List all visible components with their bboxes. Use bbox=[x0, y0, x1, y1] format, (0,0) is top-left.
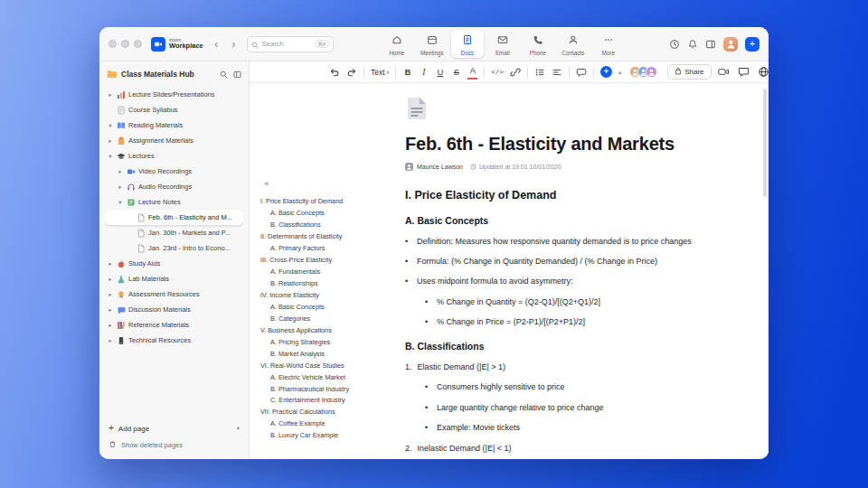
chevron-down-icon[interactable]: ▾ bbox=[117, 199, 124, 206]
sidebar-search-icon[interactable] bbox=[220, 70, 228, 79]
align-button[interactable] bbox=[552, 65, 562, 80]
share-button[interactable]: Share bbox=[667, 64, 711, 80]
bold-button[interactable]: B bbox=[402, 65, 412, 80]
notifications-bell-icon[interactable] bbox=[687, 39, 698, 50]
forward-button[interactable]: › bbox=[228, 38, 240, 51]
tab-docs[interactable]: Docs bbox=[451, 30, 484, 58]
device-icon bbox=[117, 336, 126, 345]
outline-item[interactable]: B. Market Analysis bbox=[260, 351, 400, 359]
document-title[interactable]: Feb. 6th - Elasticity and Markets bbox=[405, 134, 763, 155]
outline-item[interactable]: B. Pharmaceutical Industry bbox=[260, 386, 400, 394]
chevron-right-icon[interactable]: ▸ bbox=[117, 168, 124, 175]
chevron-down-icon[interactable]: ▾ bbox=[107, 122, 114, 129]
sidebar-tree-item[interactable]: Course Syllabus bbox=[105, 102, 243, 117]
strikethrough-button[interactable]: S bbox=[451, 65, 461, 80]
chevron-right-icon[interactable]: ▸ bbox=[107, 337, 114, 344]
italic-button[interactable]: I bbox=[419, 65, 429, 80]
clock-icon[interactable] bbox=[669, 39, 680, 50]
close-window-button[interactable] bbox=[108, 40, 117, 48]
sidebar-tree-item[interactable]: ▸Discussion Materials bbox=[105, 302, 243, 317]
chevron-down-icon[interactable]: ▾ bbox=[237, 425, 240, 432]
outline-item[interactable]: II. Determinants of Elasticity bbox=[260, 233, 400, 241]
chevron-right-icon[interactable]: ▸ bbox=[107, 322, 114, 329]
sidebar-tree-item[interactable]: ▸Reference Materials bbox=[105, 317, 243, 333]
sidebar-tree-item[interactable]: ▸Audio Recordings bbox=[105, 179, 243, 194]
outline-item[interactable]: B. Relationships bbox=[260, 280, 400, 288]
sidebar-tree-item[interactable]: ▾Reading Materials bbox=[105, 117, 243, 133]
minimize-window-button[interactable] bbox=[121, 40, 129, 48]
outline-item[interactable]: IV. Income Elasticity bbox=[260, 292, 400, 300]
outline-item[interactable]: C. Entertainment Industry bbox=[260, 397, 400, 405]
chat-bubble-icon[interactable] bbox=[738, 66, 750, 78]
sidebar-tree-item[interactable]: ▸Video Recordings bbox=[105, 164, 243, 179]
collapse-outline-button[interactable]: « bbox=[260, 177, 273, 190]
tab-home[interactable]: Home bbox=[381, 30, 413, 58]
sidebar-tree-item[interactable]: ▸Study Aids bbox=[105, 256, 243, 271]
tab-email[interactable]: Email bbox=[486, 30, 519, 58]
video-camera-icon[interactable] bbox=[718, 66, 730, 78]
add-page-button[interactable]: + Add page ▾ bbox=[108, 424, 240, 433]
profile-avatar[interactable] bbox=[723, 37, 738, 52]
sidebar-tree-item[interactable]: ▸Assignment Materials bbox=[105, 133, 243, 148]
tab-more[interactable]: More bbox=[592, 30, 625, 58]
comment-button[interactable] bbox=[576, 65, 587, 80]
outline-item[interactable]: VII. Practical Calculations bbox=[260, 408, 400, 417]
tab-meetings[interactable]: Meetings bbox=[416, 30, 448, 58]
sidebar-tree-item[interactable]: ▸Lecture Slides/Presentations bbox=[105, 87, 243, 102]
underline-button[interactable]: U bbox=[435, 65, 445, 80]
sidebar-tree-item[interactable]: ▾Lectures bbox=[105, 148, 243, 164]
text-color-button[interactable]: A bbox=[467, 65, 477, 80]
chevron-right-icon[interactable]: ▸ bbox=[107, 306, 114, 314]
outline-item[interactable]: B. Categories bbox=[260, 315, 400, 324]
link-button[interactable] bbox=[510, 65, 521, 80]
outline-item[interactable]: V. Business Applications bbox=[260, 327, 400, 335]
side-panel-icon[interactable] bbox=[705, 39, 716, 50]
redo-button[interactable] bbox=[346, 65, 357, 80]
chevron-right-icon[interactable]: ▸ bbox=[107, 137, 114, 145]
scrollbar[interactable] bbox=[763, 89, 767, 197]
sidebar-tree-item[interactable]: Feb. 6th - Elasticity and M... bbox=[105, 210, 243, 225]
outline-item[interactable]: A. Basic Concepts bbox=[260, 210, 400, 218]
outline-item[interactable]: VI. Real-World Case Studies bbox=[260, 362, 400, 371]
tab-contacts[interactable]: Contacts bbox=[557, 30, 590, 58]
outline-item[interactable]: B. Classifications bbox=[260, 221, 400, 230]
undo-button[interactable] bbox=[329, 65, 340, 80]
sidebar-tree-item[interactable]: ▸Assessment Resources bbox=[105, 286, 243, 302]
outline-item[interactable]: B. Luxury Car Example bbox=[260, 432, 400, 440]
outline-item[interactable]: A. Pricing Strategies bbox=[260, 339, 400, 347]
code-button[interactable]: </> bbox=[491, 65, 504, 80]
chevron-right-icon[interactable]: ▸ bbox=[107, 260, 114, 267]
tab-phone[interactable]: Phone bbox=[522, 30, 554, 58]
sidebar-tree-item[interactable]: Jan. 30th - Markets and P... bbox=[105, 225, 243, 240]
outline-item[interactable]: A. Basic Concepts bbox=[260, 304, 400, 312]
outline-item[interactable]: III. Cross-Price Elasticity bbox=[260, 257, 400, 265]
outline-item[interactable]: A. Fundamentals bbox=[260, 268, 400, 277]
global-search-input[interactable]: Search ⌘F bbox=[247, 36, 334, 52]
collapse-toolbar-icon[interactable]: ▴ bbox=[618, 69, 621, 76]
doc-body[interactable]: I. Price Elasticity of DemandA. Basic Co… bbox=[405, 189, 763, 454]
back-button[interactable]: ‹ bbox=[211, 38, 222, 51]
outline-item[interactable]: A. Electric Vehicle Market bbox=[260, 374, 400, 382]
sidebar-tree-item[interactable]: ▸Lab Materials bbox=[105, 271, 243, 286]
collapse-sidebar-icon[interactable] bbox=[233, 70, 241, 79]
bullet-list-button[interactable] bbox=[534, 65, 545, 80]
show-deleted-pages-button[interactable]: Show deleted pages bbox=[108, 440, 240, 450]
sidebar-tree-item[interactable]: ▸Technical Resources bbox=[105, 333, 243, 348]
chevron-down-icon[interactable]: ▾ bbox=[107, 153, 114, 160]
text-style-dropdown[interactable]: Text ▾ bbox=[371, 68, 389, 77]
collaborator-avatar[interactable] bbox=[646, 66, 657, 78]
chevron-right-icon[interactable]: ▸ bbox=[117, 183, 124, 191]
chevron-right-icon[interactable]: ▸ bbox=[107, 91, 114, 99]
sidebar-tree-item[interactable]: Jan. 23rd - Intro to Econo... bbox=[105, 240, 243, 256]
outline-item[interactable]: I. Price Elasticity of Demand bbox=[260, 198, 400, 206]
outline-item[interactable]: A. Coffee Example bbox=[260, 420, 400, 428]
language-globe-icon[interactable] bbox=[758, 66, 769, 78]
chevron-right-icon[interactable]: ▸ bbox=[107, 291, 114, 298]
new-item-plus-button[interactable]: + bbox=[745, 37, 760, 52]
outline-item[interactable]: A. Primary Factors bbox=[260, 245, 400, 253]
insert-block-button[interactable]: + bbox=[600, 66, 612, 78]
sidebar-tree-item[interactable]: ▾Lecture Notes bbox=[105, 194, 243, 210]
document-canvas[interactable]: « I. Price Elasticity of DemandA. Basic … bbox=[250, 83, 769, 459]
chevron-right-icon[interactable]: ▸ bbox=[107, 276, 114, 283]
maximize-window-button[interactable] bbox=[134, 40, 142, 48]
